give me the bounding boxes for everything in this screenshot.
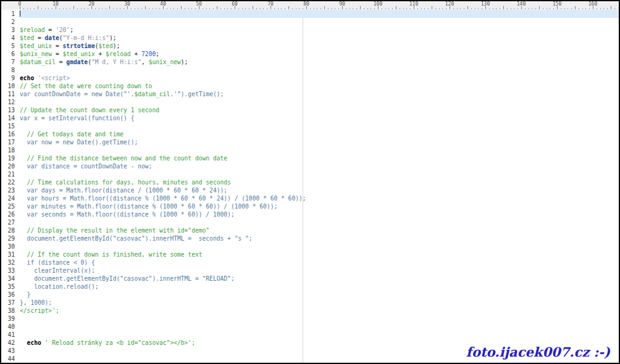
line-number[interactable]: 39 [1, 315, 20, 323]
line-number[interactable]: 4 [1, 34, 20, 42]
code-text[interactable] [20, 122, 619, 130]
line-number[interactable]: 8 [1, 66, 20, 74]
code-text[interactable] [20, 218, 619, 226]
code-line: 19 // Find the distance between now and … [1, 154, 619, 162]
line-number[interactable]: 12 [1, 98, 20, 106]
code-text[interactable] [20, 66, 619, 74]
code-text[interactable]: var hours = Math.floor((distance % (1000… [20, 194, 619, 202]
code-text[interactable] [20, 170, 619, 178]
line-number[interactable]: 27 [1, 218, 20, 226]
line-number[interactable]: 34 [1, 275, 20, 283]
line-number[interactable]: 10 [1, 82, 20, 90]
code-line: 4$ted = date("Y-m-d H:i:s"); [1, 34, 619, 42]
code-text[interactable]: } [20, 291, 619, 299]
code-segment: var minutes = Math.floor((distance % (10… [20, 203, 277, 210]
code-text[interactable]: // Find the distance between now and the… [20, 154, 619, 162]
line-number[interactable]: 43 [1, 347, 20, 355]
line-number[interactable]: 36 [1, 291, 20, 299]
line-number[interactable]: 18 [1, 146, 20, 154]
code-text[interactable] [20, 146, 619, 154]
code-text[interactable] [20, 323, 619, 331]
code-text[interactable]: // Get todays date and time [20, 130, 619, 138]
code-text[interactable]: echo '<script> [20, 74, 619, 82]
code-text[interactable]: $reload = '20'; [20, 26, 619, 34]
code-text[interactable]: // Time calculations for days, hours, mi… [20, 178, 619, 186]
code-text[interactable]: $unix_new = $ted_unix + $reload + 7200; [20, 50, 619, 58]
line-number[interactable]: 17 [1, 138, 20, 146]
line-number[interactable]: 21 [1, 170, 20, 178]
code-segment: $ted [20, 35, 34, 41]
line-number[interactable]: 29 [1, 234, 20, 242]
code-segment: // Set the date were counting down to [20, 83, 152, 89]
code-text[interactable] [20, 98, 619, 106]
line-number[interactable]: 6 [1, 50, 20, 58]
line-number[interactable]: 32 [1, 259, 20, 267]
code-text[interactable]: // If the count down is finished, write … [20, 250, 619, 259]
line-number[interactable]: 2 [1, 18, 20, 26]
code-area[interactable]: 123$reload = '20';4$ted = date("Y-m-d H:… [1, 10, 619, 363]
line-number[interactable]: 9 [1, 74, 20, 82]
line-number[interactable]: 23 [1, 186, 20, 194]
line-number[interactable]: 35 [1, 283, 20, 291]
line-number[interactable]: 33 [1, 267, 20, 275]
line-number[interactable]: 28 [1, 226, 20, 234]
line-number[interactable]: 41 [1, 331, 20, 339]
code-text[interactable]: // Display the result in the element wit… [20, 226, 619, 234]
code-text[interactable]: $ted = date("Y-m-d H:i:s"); [20, 34, 619, 42]
code-text[interactable]: clearInterval(x); [20, 267, 619, 275]
line-number[interactable]: 38 [1, 307, 20, 315]
code-text[interactable]: document.getElementById("casovac").inner… [20, 234, 619, 242]
line-number[interactable]: 14 [1, 114, 20, 122]
code-text[interactable]: $ted_unix = strtotime($ted); [20, 42, 619, 50]
line-number[interactable]: 37 [1, 299, 20, 307]
code-text[interactable]: if (distance < 0) { [20, 259, 619, 267]
code-segment: </script>'; [20, 307, 59, 314]
line-number[interactable]: 15 [1, 122, 20, 130]
code-text[interactable]: document.getElementById("casovac").inner… [20, 275, 619, 283]
code-text[interactable] [20, 315, 619, 323]
ruler-label: 10 [52, 1, 59, 7]
code-text[interactable] [20, 242, 619, 250]
code-segment: $ted_unix [20, 43, 52, 49]
code-segment: // Update the count down every 1 second [20, 107, 159, 114]
code-text[interactable]: var minutes = Math.floor((distance % (10… [20, 202, 619, 210]
code-text[interactable]: location.reload(); [20, 283, 619, 291]
line-number[interactable]: 24 [1, 194, 20, 202]
code-segment: ; [70, 27, 73, 33]
code-line: 16 // Get todays date and time [1, 130, 619, 138]
line-number[interactable]: 5 [1, 42, 20, 50]
code-text[interactable]: var now = new Date().getTime(); [20, 138, 619, 146]
code-text[interactable] [20, 18, 619, 26]
code-text[interactable]: // Update the count down every 1 second [20, 106, 619, 114]
code-text[interactable]: // Set the date were counting down to [20, 82, 619, 90]
code-text[interactable] [20, 331, 619, 339]
line-number[interactable]: 40 [1, 323, 20, 331]
code-text[interactable]: var countDownDate = new Date("'.$datum_c… [20, 90, 619, 98]
code-text[interactable]: var x = setInterval(function() { [20, 114, 619, 122]
line-number[interactable]: 26 [1, 210, 20, 218]
line-number[interactable]: 3 [1, 26, 20, 34]
code-text[interactable]: </script>'; [20, 307, 619, 315]
code-text[interactable]: var seconds = Math.floor((distance % (10… [20, 210, 619, 218]
line-number[interactable]: 42 [1, 339, 20, 347]
line-number[interactable]: 20 [1, 162, 20, 170]
line-number[interactable]: 25 [1, 202, 20, 210]
code-text[interactable]: var days = Math.floor(distance / (1000 *… [20, 186, 619, 194]
line-number[interactable]: 13 [1, 106, 20, 114]
code-text[interactable]: }, 1000); [20, 299, 619, 307]
code-segment [20, 339, 27, 346]
code-text[interactable] [20, 10, 619, 18]
line-number[interactable]: 7 [1, 58, 20, 66]
line-number[interactable]: 11 [1, 90, 20, 98]
code-segment: document.getElementById("casovac").inner… [20, 235, 253, 242]
line-number[interactable]: 31 [1, 250, 20, 259]
line-number[interactable]: 19 [1, 154, 20, 162]
code-segment: $unix_new [20, 51, 52, 57]
line-number[interactable]: 1 [1, 10, 20, 18]
line-number[interactable]: 16 [1, 130, 20, 138]
line-number[interactable]: 30 [1, 242, 20, 250]
line-number[interactable]: 22 [1, 178, 20, 186]
line-number[interactable]: 44 [1, 355, 20, 363]
code-text[interactable]: $datum_cil = gmdate("M d, Y H:i:s", $uni… [20, 58, 619, 66]
code-text[interactable]: var distance = countDownDate - now; [20, 162, 619, 170]
